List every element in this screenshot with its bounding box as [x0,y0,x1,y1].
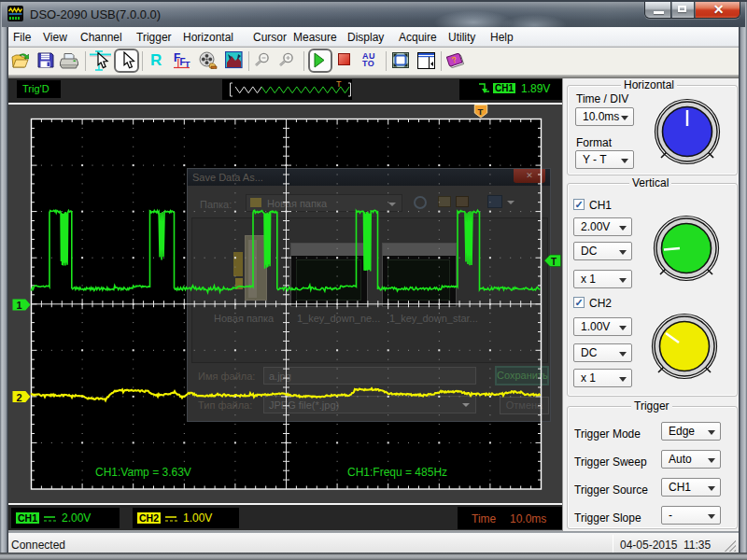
svg-text:CH1:Vamp = 3.63V: CH1:Vamp = 3.63V [95,466,191,479]
svg-text:1: 1 [17,300,22,311]
svg-text:2: 2 [17,392,22,403]
svg-text:CH1:Frequ = 485Hz: CH1:Frequ = 485Hz [347,466,447,479]
svg-text:T: T [477,106,483,117]
svg-text:T: T [336,79,342,89]
svg-text:T: T [551,257,557,267]
